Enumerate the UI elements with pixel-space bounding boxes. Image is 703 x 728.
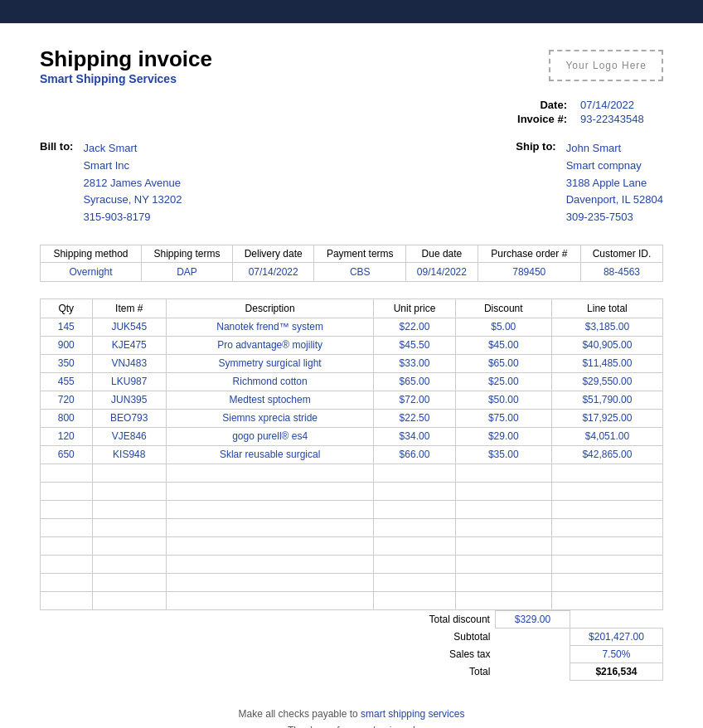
invoice-value: 93-22343548: [580, 113, 663, 125]
item-cell: VJE846: [92, 427, 166, 445]
unitPrice-cell: $22.00: [374, 318, 455, 336]
bill-to-phone: 315-903-8179: [83, 209, 182, 226]
item-cell: BEO793: [92, 409, 166, 427]
empty-row: [41, 555, 663, 573]
item-cell: KIS948: [92, 445, 166, 463]
description-cell: Richmond cotton: [166, 372, 373, 391]
description-cell: Sklar reusable surgical: [166, 445, 373, 463]
discount-cell: $50.00: [455, 391, 551, 409]
item-header: Item #: [92, 298, 166, 318]
date-section: Date: 07/14/2022 Invoice #: 93-22343548: [40, 99, 663, 125]
total-discount-row: Total discount $329.00: [40, 610, 663, 628]
table-row: 650KIS948Sklar reusable surgical$66.00$3…: [41, 445, 663, 463]
unitPrice-cell: $33.00: [374, 354, 455, 372]
due-date-header: Due date: [406, 245, 478, 262]
lineTotal-cell: $3,185.00: [551, 318, 662, 336]
shipping-table: Shipping method Shipping terms Delivery …: [40, 245, 663, 282]
table-row: 720JUN395Medtest sptochem$72.00$50.00$51…: [41, 391, 663, 409]
table-row: 145JUK545Nanotek frend™ system$22.00$5.0…: [41, 318, 663, 336]
invoice-label: Invoice #:: [501, 113, 567, 125]
footer-link[interactable]: smart shipping services: [361, 708, 464, 720]
discount-cell: $25.00: [455, 372, 551, 391]
lineTotal-cell: $29,550.00: [551, 372, 662, 391]
payment-terms-header: Payment terms: [314, 245, 406, 262]
empty-row: [41, 573, 663, 591]
title-block: Shipping invoice Smart Shipping Services: [40, 46, 212, 85]
bill-to-name: Jack Smart: [83, 140, 182, 158]
empty-row: [41, 500, 663, 518]
discount-cell: $5.00: [455, 318, 551, 336]
date-label: Date:: [501, 99, 567, 111]
invoice-title: Shipping invoice: [40, 46, 212, 72]
totals-section: Total discount $329.00 Subtotal $201,427…: [40, 610, 663, 681]
delivery-date-header: Delivery date: [233, 245, 314, 262]
item-cell: VNJ483: [92, 354, 166, 372]
payment-terms-value: CBS: [314, 262, 406, 281]
discount-cell: $29.00: [455, 427, 551, 445]
description-cell: gogo purell® es4: [166, 427, 373, 445]
table-row: 350VNJ483Symmetry surgical light$33.00$6…: [41, 354, 663, 372]
qty-cell: 900: [41, 336, 93, 354]
empty-row: [41, 536, 663, 555]
item-cell: JUN395: [92, 391, 166, 409]
item-cell: JUK545: [92, 318, 166, 336]
qty-cell: 120: [41, 427, 93, 445]
unitPrice-cell: $72.00: [374, 391, 455, 409]
shipping-terms-header: Shipping terms: [141, 245, 232, 262]
subtotal-value: $201,427.00: [570, 628, 662, 645]
ship-to-city: Davenport, IL 52804: [566, 192, 663, 209]
table-row: 800BEO793Siemns xprecia stride$22.50$75.…: [41, 409, 663, 427]
description-cell: Nanotek frend™ system: [166, 318, 373, 336]
line-total-header: Line total: [551, 298, 662, 318]
lineTotal-cell: $42,865.00: [551, 445, 662, 463]
bill-to-label: Bill to:: [40, 140, 73, 226]
footer-line2: Thank you for your business!: [40, 722, 663, 728]
subtotal-row: Subtotal $201,427.00: [40, 628, 663, 645]
unitPrice-cell: $65.00: [374, 372, 455, 391]
qty-cell: 650: [41, 445, 93, 463]
empty-row: [41, 518, 663, 536]
unit-price-header: Unit price: [374, 298, 455, 318]
qty-header: Qty: [41, 298, 93, 318]
discount-header: Discount: [455, 298, 551, 318]
company-name: Smart Shipping Services: [40, 72, 212, 85]
total-discount-value: $329.00: [495, 610, 570, 628]
qty-cell: 455: [41, 372, 93, 391]
lineTotal-cell: $40,905.00: [551, 336, 662, 354]
customer-id-value: 88-4563: [580, 262, 662, 281]
bill-to-address: 2812 James Avenue: [83, 175, 182, 192]
empty-row: [41, 482, 663, 500]
shipping-method-value: Overnight: [41, 262, 142, 281]
item-cell: KJE475: [92, 336, 166, 354]
qty-cell: 800: [41, 409, 93, 427]
sales-tax-label: Sales tax: [40, 645, 495, 662]
sales-tax-value: 7.50%: [570, 645, 662, 662]
lineTotal-cell: $4,051.00: [551, 427, 662, 445]
qty-cell: 350: [41, 354, 93, 372]
qty-cell: 720: [41, 391, 93, 409]
qty-cell: 145: [41, 318, 93, 336]
discount-cell: $35.00: [455, 445, 551, 463]
discount-cell: $45.00: [455, 336, 551, 354]
ship-to-address: 3188 Apple Lane: [566, 175, 663, 192]
ship-to-name: John Smart: [566, 140, 663, 158]
total-discount-label: Total discount: [40, 610, 495, 628]
due-date-value: 09/14/2022: [406, 262, 478, 281]
unitPrice-cell: $22.50: [374, 409, 455, 427]
description-header: Description: [166, 298, 373, 318]
description-cell: Symmetry surgical light: [166, 354, 373, 372]
discount-cell: $65.00: [455, 354, 551, 372]
footer-prefix: Make all checks payable to: [239, 708, 358, 720]
total-value: $216,534: [570, 662, 662, 680]
ship-to-label: Ship to:: [516, 140, 555, 226]
ship-to-block: Ship to: John Smart Smart compnay 3188 A…: [516, 140, 663, 226]
top-bar: [0, 0, 703, 23]
logo-box: Your Logo Here: [549, 50, 663, 81]
purchase-order-value: 789450: [478, 262, 580, 281]
purchase-order-header: Purchase order #: [478, 245, 580, 262]
address-section: Bill to: Jack Smart Smart Inc 2812 James…: [40, 140, 663, 226]
table-row: 120VJE846gogo purell® es4$34.00$29.00$4,…: [41, 427, 663, 445]
unitPrice-cell: $66.00: [374, 445, 455, 463]
items-table: Qty Item # Description Unit price Discou…: [40, 298, 663, 610]
empty-row: [41, 463, 663, 482]
